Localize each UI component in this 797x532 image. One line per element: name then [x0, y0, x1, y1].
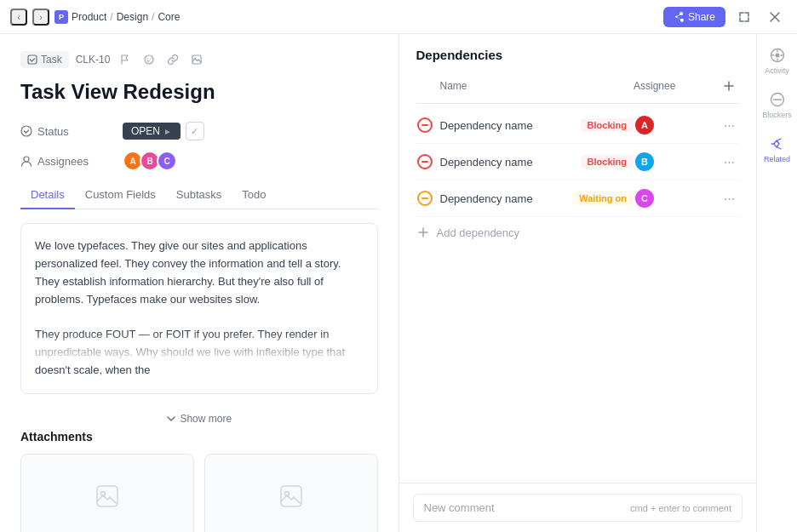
dep-avatar-2: B — [634, 151, 656, 173]
emoji-button[interactable] — [140, 51, 158, 68]
link-button[interactable] — [164, 51, 181, 68]
status-arrow: ► — [163, 127, 172, 136]
task-type-badge: Task — [20, 51, 69, 68]
blockers-label: Blockers — [762, 111, 792, 119]
dep-col-name: Name — [416, 80, 634, 92]
dep-name-1[interactable]: Dependency name — [440, 119, 574, 132]
dep-more-1[interactable]: ⋯ — [719, 115, 739, 135]
right-panel: Dependencies Name Assignee Dependency na… — [399, 34, 757, 532]
status-label: Status — [20, 125, 123, 138]
task-id: CLK-10 — [76, 54, 111, 66]
back-button[interactable]: ‹ — [10, 9, 27, 26]
svg-point-7 — [24, 157, 29, 162]
attachment-1[interactable] — [20, 454, 194, 532]
task-title[interactable]: Task View Redesign — [20, 78, 378, 105]
comment-box: New comment cmd + enter to comment — [399, 483, 757, 532]
dep-more-3[interactable]: ⋯ — [719, 188, 739, 209]
activity-icon — [770, 48, 785, 63]
related-icon — [770, 136, 785, 152]
assignees-icon — [20, 155, 32, 167]
svg-rect-0 — [28, 55, 37, 64]
status-icon — [20, 125, 32, 137]
status-check[interactable]: ✓ — [186, 122, 204, 140]
tab-details[interactable]: Details — [20, 181, 75, 209]
chevron-down-icon — [166, 414, 176, 424]
avatar-group: A B C — [123, 151, 177, 171]
svg-rect-10 — [281, 486, 301, 506]
dep-more-2[interactable]: ⋯ — [719, 152, 739, 172]
svg-point-13 — [775, 54, 779, 58]
svg-point-6 — [21, 126, 32, 136]
svg-point-3 — [151, 58, 152, 59]
dep-assignee-1: A — [634, 114, 719, 136]
dep-badge-1[interactable]: Blocking — [581, 118, 634, 132]
image-button[interactable] — [188, 51, 205, 68]
task-icon — [27, 54, 37, 65]
dep-row-1: Dependency name Blocking A ⋯ — [416, 107, 740, 144]
task-meta: Task CLK-10 — [20, 51, 378, 68]
main-layout: Task CLK-10 Task View Redesign Status — [0, 34, 797, 532]
dep-blocking-icon-2 — [416, 153, 433, 170]
blockers-icon — [770, 92, 785, 107]
attachment-image-icon-2 — [278, 483, 305, 510]
dep-badge-2[interactable]: Blocking — [581, 155, 634, 169]
left-panel: Task CLK-10 Task View Redesign Status — [0, 34, 399, 532]
close-button[interactable] — [763, 5, 787, 29]
dependencies-title: Dependencies — [416, 48, 740, 62]
comment-input-area[interactable]: New comment cmd + enter to comment — [413, 494, 743, 522]
sidebar-related[interactable]: Related — [760, 129, 794, 170]
status-field-row: Status OPEN ► ✓ — [20, 122, 378, 140]
tab-subtasks[interactable]: Subtasks — [166, 181, 232, 209]
share-icon — [674, 12, 684, 22]
app-icon: P — [54, 10, 68, 24]
right-sidebar: Activity Blockers Related — [756, 34, 797, 532]
dep-name-2[interactable]: Dependency name — [440, 156, 574, 169]
expand-button[interactable] — [732, 5, 756, 29]
tab-todo[interactable]: Todo — [232, 181, 276, 209]
dep-row-2: Dependency name Blocking B ⋯ — [416, 144, 740, 180]
dep-name-3[interactable]: Dependency name — [440, 192, 566, 205]
attachment-image-icon-1 — [94, 483, 121, 510]
breadcrumb-product[interactable]: Product — [72, 11, 106, 23]
add-dep-icon — [416, 226, 430, 239]
dep-avatar-3: C — [634, 187, 656, 209]
status-value: OPEN ► ✓ — [123, 122, 204, 140]
description-text-1: We love typefaces. They give our sites a… — [35, 237, 364, 308]
sidebar-blockers[interactable]: Blockers — [760, 85, 794, 126]
description-text-2: They produce FOUT — or FOIT if you prefe… — [35, 326, 364, 379]
breadcrumb-core[interactable]: Core — [158, 11, 180, 23]
dep-waiting-icon — [416, 190, 433, 207]
dep-avatar-1: A — [634, 114, 656, 136]
assignees-field-row: Assignees A B C — [20, 151, 378, 171]
forward-button[interactable]: › — [32, 9, 49, 26]
assignees-value[interactable]: A B C — [123, 151, 177, 171]
share-button[interactable]: Share — [663, 7, 725, 27]
top-bar-left: ‹ › P Product / Design / Core — [10, 9, 180, 26]
description-box[interactable]: We love typefaces. They give our sites a… — [20, 223, 378, 393]
status-badge[interactable]: OPEN ► — [123, 123, 181, 140]
tab-custom-fields[interactable]: Custom Fields — [75, 181, 166, 209]
related-label: Related — [764, 155, 790, 163]
sidebar-activity[interactable]: Activity — [760, 41, 794, 82]
breadcrumb: P Product / Design / Core — [54, 10, 180, 24]
activity-label: Activity — [765, 66, 789, 75]
attachments-title: Attachments — [20, 430, 378, 443]
dep-add-header-btn[interactable] — [719, 76, 739, 96]
attachment-2[interactable] — [204, 454, 378, 532]
dep-row-3: Dependency name Waiting on C ⋯ — [416, 180, 740, 217]
flag-button[interactable] — [117, 51, 134, 68]
breadcrumb-design[interactable]: Design — [117, 11, 148, 23]
dep-col-assignee: Assignee — [634, 80, 719, 92]
svg-rect-8 — [97, 486, 118, 506]
comment-hint: cmd + enter to comment — [630, 503, 731, 513]
tabs: Details Custom Fields Subtasks Todo — [20, 181, 378, 209]
show-more-button[interactable]: Show more — [20, 408, 378, 430]
svg-point-2 — [147, 58, 148, 59]
dep-assignee-2: B — [634, 151, 719, 173]
dep-badge-3[interactable]: Waiting on — [572, 192, 634, 205]
assignees-label: Assignees — [20, 155, 123, 168]
attachments-section: Attachments — [20, 430, 378, 532]
avatar-3: C — [157, 151, 177, 171]
dep-blocking-icon-1 — [416, 117, 433, 134]
add-dependency-button[interactable]: Add dependency — [416, 217, 740, 248]
